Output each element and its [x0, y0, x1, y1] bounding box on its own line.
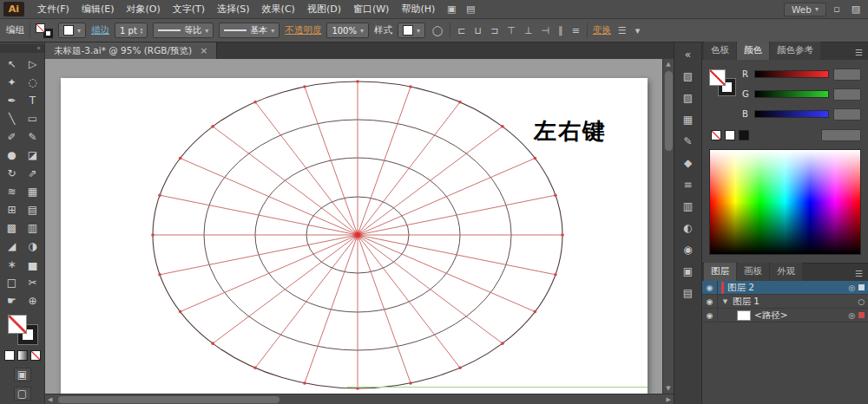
- none-swatch[interactable]: [711, 130, 721, 140]
- rectangle-tool[interactable]: ▭: [23, 109, 43, 127]
- stepper-icons[interactable]: ▴ ▾: [141, 27, 143, 34]
- blob-brush-tool[interactable]: ●: [2, 146, 23, 164]
- menu-item-type[interactable]: 文字(T): [167, 1, 211, 17]
- width-tool[interactable]: ≋: [2, 182, 23, 200]
- menu-item-window[interactable]: 窗口(W): [347, 1, 395, 17]
- eraser-tool[interactable]: ◪: [23, 146, 43, 164]
- tab-artboards[interactable]: 画板: [737, 263, 769, 281]
- more-options-icon[interactable]: ▾: [634, 25, 642, 36]
- vertical-scroll-thumb[interactable]: [665, 71, 673, 151]
- channel-slider-r[interactable]: [754, 70, 829, 78]
- pencil-tool[interactable]: ✎: [23, 127, 43, 146]
- fill-stroke-widget[interactable]: [8, 315, 37, 344]
- stroke-width-input[interactable]: 1 pt ▴ ▾: [115, 23, 148, 38]
- none-mode-button[interactable]: [30, 350, 41, 361]
- artboard-tool[interactable]: □: [2, 273, 23, 291]
- fill-swatch[interactable]: [36, 23, 45, 33]
- color-guide-panel-icon[interactable]: ▨: [679, 89, 698, 106]
- channel-value-input-g[interactable]: [833, 88, 861, 101]
- magic-wand-tool[interactable]: ✦: [2, 73, 23, 91]
- fill-swatch[interactable]: [8, 315, 27, 334]
- navigator-panel-icon[interactable]: ▤: [679, 284, 698, 301]
- line-tool[interactable]: ╲: [2, 109, 23, 127]
- width-profile-dropdown[interactable]: 等比 ▾: [153, 23, 214, 38]
- fill-stroke-indicator[interactable]: [709, 69, 735, 95]
- layer-row-layer-2[interactable]: ◉图层 2◎: [702, 281, 868, 295]
- spin-down-icon[interactable]: ▾: [141, 30, 143, 34]
- style-dropdown[interactable]: ▾: [398, 23, 425, 38]
- workspace-switcher[interactable]: Web ▾: [784, 3, 826, 16]
- layer-row-layer-1[interactable]: ◉▼图层 1○: [702, 295, 868, 309]
- color-mode-button[interactable]: [4, 350, 15, 361]
- opacity-value-dropdown[interactable]: 100% ▾: [326, 23, 369, 38]
- visibility-toggle[interactable]: ◉: [702, 309, 718, 322]
- transparency-panel-icon[interactable]: ◐: [679, 219, 698, 236]
- transform-panel-link[interactable]: 变换: [593, 24, 611, 36]
- gradient-mode-button[interactable]: [17, 350, 28, 361]
- align-right-icon[interactable]: ⊐: [489, 25, 500, 36]
- menu-item-file[interactable]: 文件(F): [31, 1, 76, 17]
- hex-value-input[interactable]: [821, 129, 861, 141]
- panel-menu-icon[interactable]: ☰: [616, 25, 628, 36]
- stroke-color-dropdown[interactable]: ▾: [58, 23, 86, 38]
- graphic-styles-panel-icon[interactable]: ▣: [679, 263, 698, 279]
- stroke-panel-link[interactable]: 描边: [91, 24, 109, 36]
- appearance-panel-icon[interactable]: ◉: [679, 241, 698, 257]
- channel-slider-b[interactable]: [754, 110, 829, 118]
- menu-item-edit[interactable]: 编辑(E): [76, 1, 121, 17]
- target-circle-icon[interactable]: ◎: [848, 311, 855, 320]
- eyedropper-tool[interactable]: ◢: [2, 237, 23, 255]
- distribute-v-icon[interactable]: ≡: [570, 25, 582, 36]
- menu-item-select[interactable]: 选择(S): [211, 1, 256, 17]
- layer-row-path[interactable]: ◉<路径>◎: [702, 309, 868, 323]
- free-transform-tool[interactable]: ▦: [23, 182, 43, 200]
- scroll-down-icon[interactable]: ▼: [666, 383, 670, 394]
- opacity-panel-link[interactable]: 不透明度: [285, 24, 321, 36]
- document-tab[interactable]: 未标题-3.ai* @ 95% (RGB/预览) ×: [45, 42, 217, 59]
- black-swatch[interactable]: [739, 130, 749, 140]
- selection-tool[interactable]: ↖: [2, 55, 23, 73]
- layer-name[interactable]: <路径>: [754, 310, 788, 322]
- panel-toggle-b-icon[interactable]: ▨: [847, 3, 865, 15]
- color-panel-menu-icon[interactable]: ☰: [855, 48, 868, 60]
- align-middle-icon[interactable]: ⊥: [523, 25, 535, 36]
- symbols-panel-icon[interactable]: ◆: [679, 154, 698, 171]
- drawing-mode-button[interactable]: ▣: [14, 368, 31, 381]
- fill-swatch[interactable]: [709, 69, 726, 86]
- hand-tool[interactable]: ☛: [2, 291, 23, 310]
- color-spectrum[interactable]: [709, 149, 861, 255]
- menu-item-object[interactable]: 对象(O): [120, 1, 166, 17]
- tab-color[interactable]: 颜色: [737, 42, 769, 60]
- channel-value-input-b[interactable]: [833, 108, 861, 121]
- stroke-panel-icon[interactable]: ≡: [679, 176, 698, 192]
- tab-appearance[interactable]: 外观: [770, 263, 802, 281]
- tab-swatches[interactable]: 色板: [704, 42, 736, 60]
- blend-tool[interactable]: ◑: [23, 237, 43, 255]
- zoom-tool[interactable]: ⊕: [23, 291, 43, 310]
- lasso-tool[interactable]: ◌: [23, 73, 43, 91]
- align-top-icon[interactable]: ⊤: [505, 25, 517, 36]
- vertical-scrollbar[interactable]: ▲ ▼: [662, 59, 674, 394]
- arrange-documents-icon[interactable]: ▤: [462, 3, 479, 15]
- rotate-tool[interactable]: ↻: [2, 164, 23, 182]
- canvas-viewport[interactable]: 左右键: [45, 59, 662, 394]
- visibility-toggle[interactable]: ◉: [702, 295, 718, 308]
- shape-builder-tool[interactable]: ⊞: [2, 200, 23, 218]
- pen-tool[interactable]: ✒: [2, 91, 23, 109]
- align-center-h-icon[interactable]: ⊔: [473, 25, 484, 36]
- artboard[interactable]: 左右键: [61, 78, 648, 394]
- menu-item-help[interactable]: 帮助(H): [395, 1, 441, 17]
- white-swatch[interactable]: [725, 130, 735, 140]
- scroll-right-icon[interactable]: ▶: [667, 394, 671, 404]
- menu-item-view[interactable]: 视图(D): [301, 1, 347, 17]
- collapse-panel-icon[interactable]: «: [679, 46, 698, 62]
- gradient-panel-icon[interactable]: ▥: [679, 198, 698, 214]
- visibility-toggle[interactable]: ◉: [702, 281, 718, 294]
- layers-panel-menu-icon[interactable]: ☰: [855, 269, 868, 281]
- swatches-panel-icon[interactable]: ▦: [679, 111, 698, 127]
- brush-definition-dropdown[interactable]: 基本 ▾: [219, 23, 279, 38]
- collapse-tools-icon[interactable]: «: [0, 44, 44, 53]
- document-setup-icon[interactable]: ◯: [431, 25, 444, 36]
- horizontal-scrollbar[interactable]: ◀ ▶: [45, 394, 674, 404]
- menu-item-effect[interactable]: 效果(C): [256, 1, 301, 17]
